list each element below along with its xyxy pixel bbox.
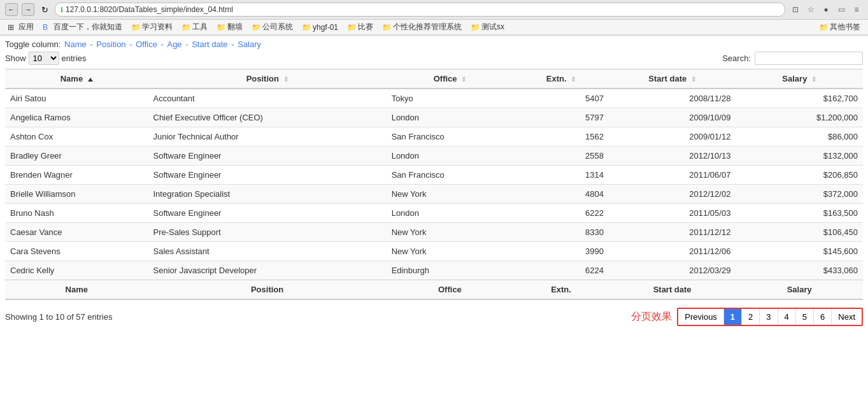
cell-startdate: 2011/05/03 bbox=[609, 204, 736, 223]
table-row: Angelica Ramos Chief Executive Officer (… bbox=[5, 108, 863, 127]
col-header-position[interactable]: Position ⇕ bbox=[148, 69, 387, 89]
cell-salary: $372,000 bbox=[736, 185, 863, 204]
forward-button[interactable]: → bbox=[22, 3, 34, 16]
bookmark-others-label: 其他书签 bbox=[830, 22, 860, 32]
pagination-page-2[interactable]: 2 bbox=[742, 309, 760, 325]
cell-salary: $106,450 bbox=[736, 223, 863, 242]
folder-icon-company: 📁 bbox=[252, 23, 260, 32]
table-row: Ashton Cox Junior Technical Author San F… bbox=[5, 127, 863, 146]
cell-extn: 5407 bbox=[513, 89, 609, 108]
cell-salary: $145,600 bbox=[736, 242, 863, 261]
folder-icon-others: 📁 bbox=[819, 23, 828, 32]
cell-startdate: 2012/12/02 bbox=[609, 185, 736, 204]
bookmark-tools[interactable]: 📁 工具 bbox=[179, 21, 210, 33]
bookmark-bisai[interactable]: 📁 比赛 bbox=[345, 21, 376, 33]
cell-position: Senior Javascript Developer bbox=[148, 261, 387, 280]
pagination-page-5[interactable]: 5 bbox=[796, 309, 814, 325]
pagination-label: 分页效果 bbox=[631, 310, 672, 324]
folder-icon-bisai: 📁 bbox=[347, 23, 356, 32]
pagination-page-3[interactable]: 3 bbox=[760, 309, 778, 325]
show-entries-label-before: Show bbox=[5, 54, 26, 63]
cell-office: London bbox=[387, 146, 514, 166]
apps-icon: ⊞ bbox=[8, 23, 17, 32]
cell-extn: 5797 bbox=[513, 108, 609, 127]
cell-position: Sales Assistant bbox=[148, 242, 387, 261]
cell-position: Chief Executive Officer (CEO) bbox=[148, 108, 387, 127]
bookmark-fanqiang[interactable]: 📁 翻墙 bbox=[214, 21, 245, 33]
back-button[interactable]: ← bbox=[5, 3, 18, 16]
data-table: Name Position ⇕ Office ⇕ Extn. ⇕ Start d… bbox=[5, 69, 863, 300]
toggle-age-link[interactable]: Age bbox=[167, 39, 181, 49]
screen-capture-button[interactable]: ⊡ bbox=[789, 3, 802, 16]
entries-select[interactable]: 10 25 50 100 bbox=[29, 52, 59, 65]
cell-name: Cara Stevens bbox=[5, 242, 148, 261]
sort-both-icon-extn: ⇕ bbox=[571, 76, 576, 83]
pagination-page-6[interactable]: 6 bbox=[814, 309, 832, 325]
baidu-icon: B bbox=[43, 23, 52, 32]
bookmark-recommend[interactable]: 📁 个性化推荐管理系统 bbox=[380, 21, 464, 33]
foot-col-position: Position bbox=[148, 280, 387, 300]
bookmark-star-button[interactable]: ☆ bbox=[804, 3, 817, 16]
table-row: Bruno Nash Software Engineer London 6222… bbox=[5, 204, 863, 223]
cell-startdate: 2011/12/06 bbox=[609, 242, 736, 261]
col-name-label: Name bbox=[60, 74, 83, 83]
toggle-salary-link[interactable]: Salary bbox=[238, 39, 261, 49]
footer-row: Name Position Office Extn. Start date Sa… bbox=[5, 280, 863, 300]
bookmark-company[interactable]: 📁 公司系统 bbox=[249, 21, 295, 33]
cell-startdate: 2011/12/12 bbox=[609, 223, 736, 242]
bookmark-fanqiang-label: 翻墙 bbox=[227, 22, 243, 32]
bookmark-baidu[interactable]: B 百度一下，你就知道 bbox=[40, 21, 125, 33]
pagination-page-4[interactable]: 4 bbox=[778, 309, 796, 325]
cell-salary: $433,060 bbox=[736, 261, 863, 280]
sort-both-icon-position: ⇕ bbox=[283, 76, 288, 83]
refresh-button[interactable]: ↻ bbox=[38, 3, 51, 16]
pagination-page-1[interactable]: 1 bbox=[724, 309, 742, 325]
col-header-extn[interactable]: Extn. ⇕ bbox=[513, 69, 609, 89]
bookmark-test[interactable]: 📁 测试sx bbox=[468, 21, 507, 33]
bookmark-yhgf[interactable]: 📁 yhgf-01 bbox=[299, 22, 341, 32]
search-input[interactable] bbox=[755, 52, 863, 65]
col-header-startdate[interactable]: Start date ⇕ bbox=[609, 69, 736, 89]
toggle-office-link[interactable]: Office bbox=[136, 39, 157, 49]
url-bar[interactable]: ℹ 127.0.0.1:8020/DataTables_simple/index… bbox=[55, 3, 785, 17]
folder-icon-yhgf: 📁 bbox=[302, 23, 311, 32]
bookmark-recommend-label: 个性化推荐管理系统 bbox=[393, 22, 462, 32]
cell-startdate: 2009/01/12 bbox=[609, 127, 736, 146]
table-row: Bradley Greer Software Engineer London 2… bbox=[5, 146, 863, 166]
bookmark-yhgf-label: yhgf-01 bbox=[313, 23, 338, 32]
cell-name: Airi Satou bbox=[5, 89, 148, 108]
show-entries: Show 10 25 50 100 entries bbox=[5, 52, 87, 65]
toggle-column-label: Toggle column: bbox=[5, 39, 60, 49]
cell-name: Caesar Vance bbox=[5, 223, 148, 242]
cell-office: London bbox=[387, 108, 514, 127]
table-foot: Name Position Office Extn. Start date Sa… bbox=[5, 280, 863, 300]
show-entries-label-after: entries bbox=[62, 54, 87, 63]
more-button[interactable]: ≡ bbox=[850, 3, 863, 16]
cell-startdate: 2012/03/29 bbox=[609, 261, 736, 280]
toggle-name-link[interactable]: Name bbox=[64, 39, 87, 49]
cast-button[interactable]: ▭ bbox=[835, 3, 848, 16]
table-row: Caesar Vance Pre-Sales Support New York … bbox=[5, 223, 863, 242]
foot-col-salary: Salary bbox=[736, 280, 863, 300]
cell-extn: 8330 bbox=[513, 223, 609, 242]
toggle-startdate-link[interactable]: Start date bbox=[192, 39, 227, 49]
toggle-position-link[interactable]: Position bbox=[96, 39, 125, 49]
col-header-office[interactable]: Office ⇕ bbox=[387, 69, 514, 89]
toggle-sep-5: - bbox=[231, 39, 236, 49]
bookmark-apps-label: 应用 bbox=[18, 22, 34, 32]
folder-icon-study: 📁 bbox=[131, 23, 140, 32]
bookmark-others[interactable]: 📁 其他书签 bbox=[816, 21, 863, 33]
pagination-next[interactable]: Next bbox=[832, 309, 862, 325]
col-header-salary[interactable]: Salary ⇕ bbox=[736, 69, 863, 89]
pagination-previous[interactable]: Previous bbox=[678, 309, 724, 325]
url-text: 127.0.0.1:8020/DataTables_simple/index_0… bbox=[66, 5, 233, 14]
col-position-label: Position bbox=[246, 74, 279, 83]
folder-icon-test: 📁 bbox=[471, 23, 480, 32]
cell-startdate: 2009/10/09 bbox=[609, 108, 736, 127]
cell-position: Software Engineer bbox=[148, 166, 387, 185]
bookmark-apps[interactable]: ⊞ 应用 bbox=[5, 21, 36, 33]
col-header-name[interactable]: Name bbox=[5, 69, 148, 89]
menu-button[interactable]: ● bbox=[820, 3, 832, 16]
search-label: Search: bbox=[722, 54, 751, 63]
bookmark-study[interactable]: 📁 学习资料 bbox=[129, 21, 175, 33]
